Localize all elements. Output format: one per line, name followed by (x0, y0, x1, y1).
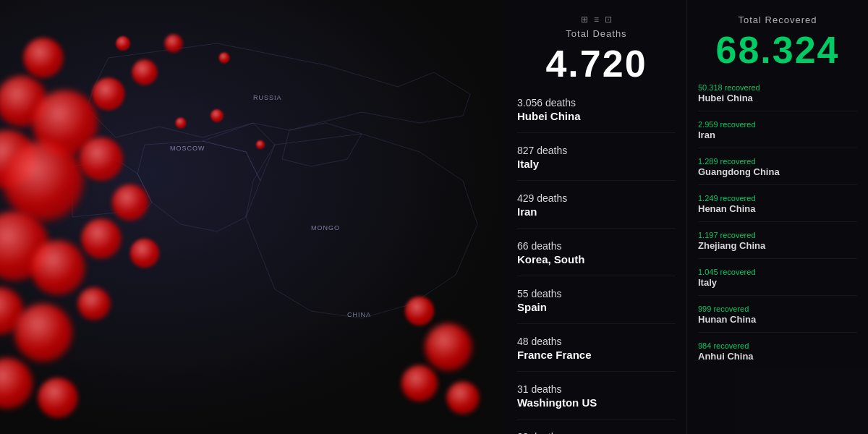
outbreak-bubble (31, 241, 85, 295)
grid-icon[interactable]: ⊞ (581, 14, 588, 25)
death-count: 827 deaths (517, 145, 676, 156)
outbreak-bubble (256, 140, 265, 149)
recovered-count: 1.249 recovered (698, 194, 857, 203)
death-location: France France (517, 349, 676, 361)
recovered-list-item: 1.249 recoveredHenan China (698, 194, 857, 222)
death-list-item: 22 deaths (517, 431, 676, 434)
outbreak-bubble (112, 184, 148, 221)
death-location: Spain (517, 301, 676, 313)
recovered-column: Total Recovered 68.324 50.318 recoveredH… (687, 0, 868, 434)
death-location: Korea, South (517, 253, 676, 265)
outbreak-bubble (4, 141, 83, 221)
map-region-label: MOSCOW (170, 145, 205, 152)
outbreak-bubble (210, 109, 224, 122)
outbreak-bubble (24, 38, 64, 78)
death-count: 3.056 deaths (517, 97, 676, 109)
outbreak-bubble (82, 219, 122, 259)
recovered-count: 1.289 recovered (698, 157, 857, 166)
recovered-location: Hubei China (698, 93, 857, 103)
recovered-location: Anhui China (698, 351, 857, 362)
death-location: Iran (517, 205, 676, 218)
recovered-count: 984 recovered (698, 341, 857, 350)
outbreak-bubble (93, 78, 125, 111)
recovered-location: Italy (698, 277, 857, 288)
toolbar-icons: ⊞ ≡ ⊡ (517, 14, 676, 25)
death-location: Italy (517, 158, 676, 170)
death-list-item: 429 deathsIran (517, 192, 676, 229)
outbreak-bubble (219, 53, 230, 64)
recovered-count: 2.959 recovered (698, 120, 857, 129)
death-location: Washington US (517, 396, 676, 409)
recovered-count: 1.045 recovered (698, 268, 857, 276)
recovered-list-item: 1.045 recoveredItaly (698, 268, 857, 296)
outbreak-bubble (38, 378, 78, 418)
death-count: 48 deaths (517, 336, 676, 347)
outbreak-bubble (405, 297, 434, 326)
outbreak-bubble (425, 324, 472, 371)
death-location: Hubei China (517, 110, 676, 122)
map-section: RUSSIAMONGOCHINAMOSCOW (0, 0, 506, 434)
recovered-location: Guangdong China (698, 166, 857, 177)
recovered-title: Total Recovered (698, 14, 857, 25)
recovered-location: Hunan China (698, 314, 857, 325)
outbreak-bubble (165, 35, 183, 53)
recovered-count: 50.318 recovered (698, 83, 857, 92)
death-count: 22 deaths (517, 431, 676, 434)
recovered-count: 999 recovered (698, 305, 857, 313)
outbreak-bubble (14, 304, 72, 362)
death-count: 429 deaths (517, 192, 676, 204)
outbreak-bubble (116, 36, 130, 51)
recovered-location: Zhejiang China (698, 240, 857, 251)
list-icon[interactable]: ≡ (594, 14, 599, 25)
recovered-list-item: 1.197 recoveredZhejiang China (698, 231, 857, 259)
death-list-item: 31 deathsWashington US (517, 383, 676, 420)
total-deaths-number: 4.720 (517, 45, 676, 82)
recovered-list-item: 999 recoveredHunan China (698, 305, 857, 333)
outbreak-bubble (80, 137, 123, 181)
deaths-column: ⊞ ≡ ⊡ Total Deaths 4.720 3.056 deathsHub… (506, 0, 687, 434)
recovered-list: 50.318 recoveredHubei China2.959 recover… (698, 83, 857, 369)
outbreak-bubble (447, 382, 480, 414)
death-list-item: 3.056 deathsHubei China (517, 97, 676, 133)
death-count: 31 deaths (517, 383, 676, 395)
recovered-list-item: 50.318 recoveredHubei China (698, 83, 857, 111)
death-list-item: 48 deathsFrance France (517, 336, 676, 372)
outbreak-bubble (401, 365, 438, 401)
outbreak-bubble (176, 118, 187, 129)
recovered-count: 1.197 recovered (698, 231, 857, 239)
map-region-label: RUSSIA (253, 94, 282, 101)
death-count: 55 deaths (517, 288, 676, 299)
death-list-item: 55 deathsSpain (517, 288, 676, 324)
map-region-label: CHINA (347, 311, 371, 318)
recovered-list-item: 984 recoveredAnhui China (698, 341, 857, 369)
outbreak-bubble (78, 288, 111, 320)
death-list-item: 827 deathsItaly (517, 145, 676, 181)
death-list-item: 66 deathsKorea, South (517, 240, 676, 276)
outbreak-bubble (132, 60, 158, 85)
recovered-list-item: 2.959 recoveredIran (698, 120, 857, 148)
death-count: 66 deaths (517, 240, 676, 252)
deaths-list: 3.056 deathsHubei China827 deathsItaly42… (517, 97, 676, 434)
deaths-title: Total Deaths (517, 28, 676, 39)
recovered-location: Henan China (698, 203, 857, 214)
recovered-list-item: 1.289 recoveredGuangdong China (698, 157, 857, 185)
qr-icon[interactable]: ⊡ (605, 14, 612, 25)
total-recovered-number: 68.324 (698, 31, 857, 69)
recovered-location: Iran (698, 129, 857, 140)
stats-panel: ⊞ ≡ ⊡ Total Deaths 4.720 3.056 deathsHub… (506, 0, 868, 434)
map-region-label: MONGO (311, 224, 340, 231)
outbreak-bubble (130, 239, 159, 268)
